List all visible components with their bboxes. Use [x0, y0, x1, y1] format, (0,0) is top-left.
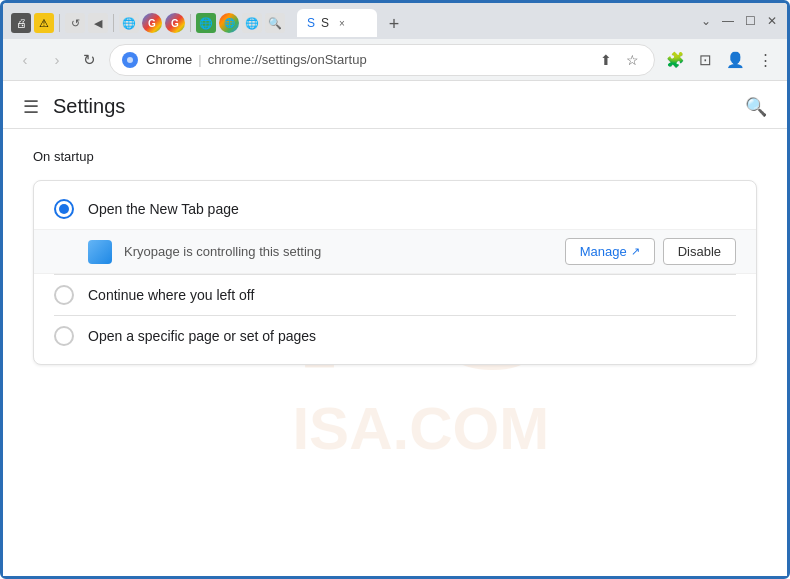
address-brand: Chrome	[146, 52, 192, 67]
profile-icon[interactable]: 👤	[723, 48, 747, 72]
site-favicon	[122, 52, 138, 68]
extension-row: Kryopage is controlling this setting Man…	[34, 229, 756, 274]
chevron-down-button[interactable]: ⌄	[699, 14, 713, 28]
address-url: chrome://settings/onStartup	[208, 52, 367, 67]
tab-favicon-icon: S	[307, 16, 315, 30]
extensions-icon[interactable]: 🧩	[663, 48, 687, 72]
settings-search-icon[interactable]: 🔍	[745, 96, 767, 118]
startup-option-new-tab[interactable]: Open the New Tab page	[34, 189, 756, 229]
maximize-button[interactable]: ☐	[743, 14, 757, 28]
reload-button[interactable]: ↻	[77, 48, 101, 72]
toolbar-right: 🧩 ⊡ 👤 ⋮	[663, 48, 777, 72]
startup-card: Open the New Tab page Kryopage is contro…	[33, 180, 757, 365]
extension-label: Kryopage is controlling this setting	[124, 244, 553, 259]
tab-close-button[interactable]: ×	[335, 16, 349, 30]
radio-continue[interactable]	[54, 285, 74, 305]
back-button[interactable]: ‹	[13, 48, 37, 72]
settings-header-left: ☰ Settings	[23, 95, 125, 118]
divider2	[113, 14, 114, 32]
address-box[interactable]: Chrome | chrome://settings/onStartup ⬆ ☆	[109, 44, 655, 76]
toolbar-icon-globe3[interactable]: 🌐	[242, 13, 262, 33]
address-text: Chrome | chrome://settings/onStartup	[146, 52, 367, 67]
startup-option-specific-page[interactable]: Open a specific page or set of pages	[34, 316, 756, 356]
divider3	[190, 14, 191, 32]
toolbar-icon-globe[interactable]: 🌐	[119, 13, 139, 33]
share-icon[interactable]: ⬆	[596, 50, 616, 70]
tab-strip: S S × +	[297, 9, 407, 37]
settings-header: ☰ Settings 🔍	[3, 81, 787, 129]
address-right-icons: ⬆ ☆	[596, 50, 642, 70]
settings-content: On startup Open the New Tab page Kryopag…	[3, 129, 787, 576]
window-controls: ⌄ — ☐ ✕	[699, 14, 779, 28]
option-label-new-tab: Open the New Tab page	[88, 201, 736, 217]
title-bar-left: 🖨 ⚠ ↺ ◀ 🌐 G G 🌐 🌐 🌐 🔍 S S	[11, 9, 407, 37]
new-tab-button[interactable]: +	[381, 11, 407, 37]
active-tab[interactable]: S S ×	[297, 9, 377, 37]
extension-icon	[88, 240, 112, 264]
tab-label: S	[321, 16, 329, 30]
toolbar-icon-rainbow[interactable]: 🌐	[219, 13, 239, 33]
settings-title: Settings	[53, 95, 125, 118]
startup-option-continue[interactable]: Continue where you left off	[34, 275, 756, 315]
section-title: On startup	[33, 149, 757, 164]
manage-button[interactable]: Manage ↗	[565, 238, 655, 265]
disable-label: Disable	[678, 244, 721, 259]
option-label-specific-page: Open a specific page or set of pages	[88, 328, 736, 344]
radio-new-tab-inner	[59, 204, 69, 214]
title-bar: 🖨 ⚠ ↺ ◀ 🌐 G G 🌐 🌐 🌐 🔍 S S	[3, 3, 787, 39]
toolbar-icon-refresh[interactable]: ↺	[65, 13, 85, 33]
close-button[interactable]: ✕	[765, 14, 779, 28]
external-link-icon: ↗	[631, 245, 640, 258]
settings-container: PC ISA.COM ☰ Settings 🔍 On startup Open …	[3, 81, 787, 576]
toolbar-icon-search[interactable]: 🔍	[265, 13, 285, 33]
toolbar-icon-warning[interactable]: ⚠	[34, 13, 54, 33]
address-separator: |	[198, 52, 201, 67]
toolbar-icon-google2[interactable]: G	[165, 13, 185, 33]
toolbar-icon-google[interactable]: G	[142, 13, 162, 33]
toolbar-icon-nav[interactable]: ◀	[88, 13, 108, 33]
browser-window: 🖨 ⚠ ↺ ◀ 🌐 G G 🌐 🌐 🌐 🔍 S S	[0, 0, 790, 579]
menu-icon[interactable]: ⋮	[753, 48, 777, 72]
bookmark-icon[interactable]: ☆	[622, 50, 642, 70]
tab-icon-group: 🖨 ⚠ ↺ ◀ 🌐 G G 🌐 🌐 🌐 🔍	[11, 13, 285, 33]
svg-point-1	[127, 57, 133, 63]
minimize-button[interactable]: —	[721, 14, 735, 28]
forward-button[interactable]: ›	[45, 48, 69, 72]
sidebar-icon[interactable]: ⊡	[693, 48, 717, 72]
radio-new-tab[interactable]	[54, 199, 74, 219]
option-label-continue: Continue where you left off	[88, 287, 736, 303]
hamburger-menu-icon[interactable]: ☰	[23, 96, 39, 118]
toolbar-icon-printer[interactable]: 🖨	[11, 13, 31, 33]
toolbar-icon-globe2[interactable]: 🌐	[196, 13, 216, 33]
disable-button[interactable]: Disable	[663, 238, 736, 265]
manage-label: Manage	[580, 244, 627, 259]
divider1	[59, 14, 60, 32]
extension-buttons: Manage ↗ Disable	[565, 238, 736, 265]
radio-specific-page[interactable]	[54, 326, 74, 346]
address-bar: ‹ › ↻ Chrome | chrome://settings/onStart…	[3, 39, 787, 81]
